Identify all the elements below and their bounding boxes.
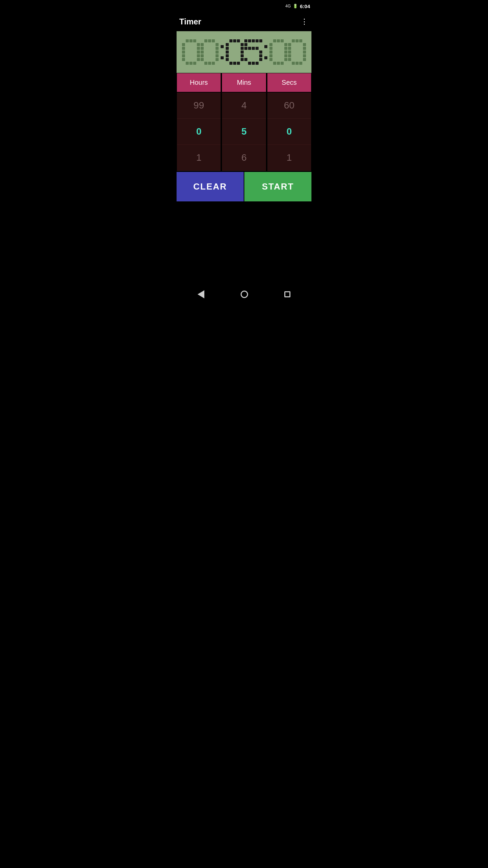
nav-bar (174, 285, 314, 304)
hours-above[interactable]: 99 (177, 93, 221, 119)
secs-picker[interactable]: 60 0 1 (267, 92, 311, 171)
mins-picker[interactable]: 4 5 6 (222, 92, 266, 171)
timer-digit-s2 (288, 39, 306, 65)
secs-below[interactable]: 1 (267, 145, 311, 171)
network-icon: 4G (285, 4, 291, 8)
start-button[interactable]: START (244, 172, 311, 201)
more-menu-button[interactable]: ⋮ (301, 17, 309, 26)
clear-button[interactable]: CLEAR (177, 172, 244, 201)
secs-header[interactable]: Secs (267, 73, 311, 92)
hours-header[interactable]: Hours (177, 73, 221, 92)
secs-above[interactable]: 60 (267, 93, 311, 119)
mins-header[interactable]: Mins (222, 73, 266, 92)
timer-digit-s1 (269, 39, 287, 65)
timer-digit-h2 (201, 39, 219, 65)
recents-button[interactable] (284, 291, 290, 297)
mins-below[interactable]: 6 (222, 145, 266, 171)
colon-1 (219, 42, 225, 62)
timer-digit-h1 (182, 39, 200, 65)
timer-digit-m1 (226, 39, 244, 65)
app-bar: Timer ⋮ (174, 12, 314, 31)
secs-selected[interactable]: 0 (267, 119, 311, 145)
column-headers: Hours Mins Secs (177, 73, 311, 92)
timer-digit-m2 (244, 39, 262, 65)
timer-display (177, 31, 311, 73)
hours-selected[interactable]: 0 (177, 119, 221, 145)
battery-icon: 🔋 (293, 4, 298, 8)
status-bar: 4G 🔋 6:04 (174, 0, 314, 12)
status-time: 6:04 (300, 3, 310, 9)
pixel-timer (182, 39, 306, 65)
colon-2 (263, 42, 269, 62)
app-title: Timer (179, 17, 201, 26)
home-button[interactable] (241, 291, 248, 298)
mins-selected[interactable]: 5 (222, 119, 266, 145)
action-buttons: CLEAR START (177, 172, 311, 201)
mins-above[interactable]: 4 (222, 93, 266, 119)
hours-below[interactable]: 1 (177, 145, 221, 171)
back-button[interactable] (198, 290, 204, 298)
hours-picker[interactable]: 99 0 1 (177, 92, 221, 171)
picker-area: 99 0 1 4 5 6 60 0 1 (177, 92, 311, 171)
